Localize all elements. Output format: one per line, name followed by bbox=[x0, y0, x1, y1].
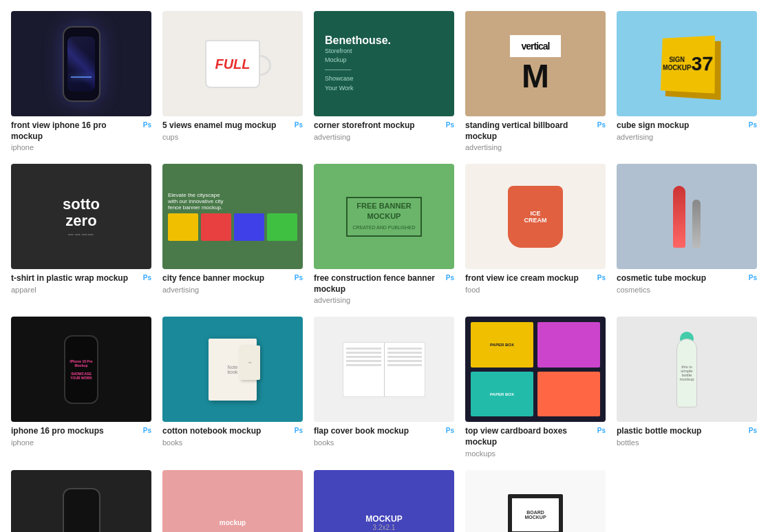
ps-badge-city-fence: Ps bbox=[295, 274, 303, 281]
card-title-tshirt-wrap[interactable]: t-shirt in plastic wrap mockup bbox=[11, 273, 128, 284]
card-blue-mockup[interactable]: MOCKUP 3.2x2.1 mockup 3.2x2.1mockupsPs bbox=[314, 470, 454, 532]
card-image-cardboard-boxes: PAPER BOX PAPER BOX bbox=[465, 317, 606, 422]
card-title-corner-storefront[interactable]: corner storefront mockup bbox=[314, 120, 415, 131]
card-image-cotton-notebook: Notebook ✏ bbox=[162, 317, 303, 422]
card-image-cube-sign: SIGNMOCKUP 37 bbox=[617, 11, 757, 116]
card-title-iphone16-pro[interactable]: iphone 16 pro mockups bbox=[11, 426, 104, 437]
card-info-city-fence: city fence banner mockupadvertisingPs bbox=[162, 269, 303, 295]
card-image-iphone16-pro: iPhone 16 ProMockupSHOWCASEYOUR WORK bbox=[11, 317, 151, 422]
card-tag-enamel-mug: cups bbox=[162, 133, 276, 141]
card-title-cardboard-boxes[interactable]: top view cardboard boxes mockup bbox=[465, 426, 593, 447]
ps-badge-iphone16-pro: Ps bbox=[143, 427, 151, 434]
card-cotton-notebook[interactable]: Notebook ✏ cotton notebook mockupbooksPs bbox=[162, 317, 303, 458]
card-info-plastic-bottle: plastic bottle mockupbottlesPs bbox=[617, 422, 757, 448]
card-title-cube-sign[interactable]: cube sign mockup bbox=[617, 120, 689, 131]
ps-badge-cotton-notebook: Ps bbox=[295, 427, 303, 434]
card-tag-construction-fence: advertising bbox=[314, 296, 442, 304]
card-cosmetic-tube[interactable]: cosmetic tube mockupcosmeticsPs bbox=[617, 164, 757, 306]
card-info-cosmetic-tube: cosmetic tube mockupcosmeticsPs bbox=[617, 269, 757, 295]
card-tag-cardboard-boxes: mockups bbox=[465, 449, 593, 458]
card-title-city-fence[interactable]: city fence banner mockup bbox=[162, 273, 264, 284]
card-image-construction-fence: FREE BANNERMOCKUPCREATED AND PUBLISHED bbox=[314, 164, 454, 269]
card-pink-mockup[interactable]: mockup pink scene mockupmockupsPs bbox=[162, 470, 303, 532]
card-image-city-fence: Elevate the cityscapewith our innovative… bbox=[162, 164, 303, 269]
ps-badge-corner-storefront: Ps bbox=[446, 121, 454, 129]
card-image-cosmetic-tube bbox=[617, 164, 757, 269]
card-info-tshirt-wrap: t-shirt in plastic wrap mockupapparelPs bbox=[11, 269, 151, 295]
card-title-standing-billboard[interactable]: standing vertical billboard mockup bbox=[465, 120, 593, 142]
card-image-corner-storefront: Benethouse. StorefrontMockup──────Showca… bbox=[314, 11, 454, 116]
card-info-enamel-mug: 5 views enamel mug mockupcupsPs bbox=[162, 116, 303, 142]
card-tshirt-wrap[interactable]: sottozero ━━ ━━ ━━ ━━ t-shirt in plastic… bbox=[11, 164, 151, 306]
card-tag-iphone-front: iphone bbox=[11, 143, 139, 151]
card-title-icecream-front[interactable]: front view ice cream mockup bbox=[465, 273, 579, 284]
card-info-flap-cover-book: flap cover book mockupbooksPs bbox=[314, 422, 454, 448]
ps-badge-construction-fence: Ps bbox=[446, 274, 454, 281]
card-title-plastic-bottle[interactable]: plastic bottle mockup bbox=[617, 426, 701, 437]
card-board-mockup[interactable]: BOARDMOCKUP board mockupadvertisingPs bbox=[465, 470, 606, 532]
card-info-construction-fence: free construction fence banner mockupadv… bbox=[314, 269, 454, 306]
card-tag-iphone16-pro: iphone bbox=[11, 438, 104, 447]
card-tag-flap-cover-book: books bbox=[314, 438, 409, 447]
card-city-fence[interactable]: Elevate the cityscapewith our innovative… bbox=[162, 164, 303, 306]
card-image-icecream-front: ICECREAM bbox=[465, 164, 606, 269]
card-icecream-front[interactable]: ICECREAM front view ice cream mockupfood… bbox=[465, 164, 606, 306]
card-info-iphone-front: front view iphone 16 pro mockupiphonePs bbox=[11, 116, 151, 153]
card-image-pink-mockup: mockup bbox=[162, 470, 303, 532]
card-title-iphone-front[interactable]: front view iphone 16 pro mockup bbox=[11, 120, 139, 142]
card-tag-city-fence: advertising bbox=[162, 286, 264, 294]
card-title-cosmetic-tube[interactable]: cosmetic tube mockup bbox=[617, 273, 706, 284]
card-phone-dark-2[interactable]: phone mockup darkphonesPs bbox=[11, 470, 151, 532]
card-image-enamel-mug: FULL bbox=[162, 11, 303, 116]
card-enamel-mug[interactable]: FULL 5 views enamel mug mockupcupsPs bbox=[162, 11, 303, 153]
ps-badge-cardboard-boxes: Ps bbox=[597, 427, 606, 434]
card-standing-billboard[interactable]: vertical M standing vertical billboard m… bbox=[465, 11, 606, 153]
card-info-icecream-front: front view ice cream mockupfoodPs bbox=[465, 269, 606, 295]
card-corner-storefront[interactable]: Benethouse. StorefrontMockup──────Showca… bbox=[314, 11, 454, 153]
card-iphone16-pro[interactable]: iPhone 16 ProMockupSHOWCASEYOUR WORK iph… bbox=[11, 317, 151, 458]
card-info-standing-billboard: standing vertical billboard mockupadvert… bbox=[465, 116, 606, 153]
card-info-iphone16-pro: iphone 16 pro mockupsiphonePs bbox=[11, 422, 151, 448]
card-tag-tshirt-wrap: apparel bbox=[11, 286, 128, 294]
ps-badge-tshirt-wrap: Ps bbox=[143, 274, 151, 281]
card-flap-cover-book[interactable]: flap cover book mockupbooksPs bbox=[314, 317, 454, 458]
ps-badge-standing-billboard: Ps bbox=[597, 121, 606, 129]
card-tag-cosmetic-tube: cosmetics bbox=[617, 286, 706, 294]
card-cardboard-boxes[interactable]: PAPER BOX PAPER BOX top view cardboard b… bbox=[465, 317, 606, 458]
card-image-phone-dark-2 bbox=[11, 470, 151, 532]
card-tag-icecream-front: food bbox=[465, 286, 579, 294]
card-image-blue-mockup: MOCKUP 3.2x2.1 bbox=[314, 470, 454, 532]
card-image-iphone-front bbox=[11, 11, 151, 116]
ps-badge-flap-cover-book: Ps bbox=[446, 427, 454, 434]
card-tag-plastic-bottle: bottles bbox=[617, 438, 701, 447]
card-title-flap-cover-book[interactable]: flap cover book mockup bbox=[314, 426, 409, 437]
card-title-enamel-mug[interactable]: 5 views enamel mug mockup bbox=[162, 120, 276, 131]
card-info-corner-storefront: corner storefront mockupadvertisingPs bbox=[314, 116, 454, 142]
card-tag-cube-sign: advertising bbox=[617, 133, 689, 141]
ps-badge-icecream-front: Ps bbox=[597, 274, 606, 281]
card-info-cotton-notebook: cotton notebook mockupbooksPs bbox=[162, 422, 303, 448]
card-info-cube-sign: cube sign mockupadvertisingPs bbox=[617, 116, 757, 142]
card-image-tshirt-wrap: sottozero ━━ ━━ ━━ ━━ bbox=[11, 164, 151, 269]
card-plastic-bottle[interactable]: this issimplebottlemockup plastic bottle… bbox=[617, 317, 757, 458]
card-image-flap-cover-book bbox=[314, 317, 454, 422]
card-tag-standing-billboard: advertising bbox=[465, 143, 593, 151]
card-iphone-front[interactable]: front view iphone 16 pro mockupiphonePs bbox=[11, 11, 151, 153]
card-image-board-mockup: BOARDMOCKUP bbox=[465, 470, 606, 532]
mockup-grid: front view iphone 16 pro mockupiphonePs … bbox=[0, 0, 768, 532]
card-tag-corner-storefront: advertising bbox=[314, 133, 415, 141]
card-tag-cotton-notebook: books bbox=[162, 438, 261, 447]
ps-badge-enamel-mug: Ps bbox=[295, 121, 303, 129]
ps-badge-iphone-front: Ps bbox=[143, 121, 151, 129]
ps-badge-cube-sign: Ps bbox=[749, 121, 757, 129]
card-cube-sign[interactable]: SIGNMOCKUP 37 cube sign mockupadvertisin… bbox=[617, 11, 757, 153]
card-title-cotton-notebook[interactable]: cotton notebook mockup bbox=[162, 426, 261, 437]
card-title-construction-fence[interactable]: free construction fence banner mockup bbox=[314, 273, 442, 295]
card-construction-fence[interactable]: FREE BANNERMOCKUPCREATED AND PUBLISHED f… bbox=[314, 164, 454, 306]
card-image-standing-billboard: vertical M bbox=[465, 11, 606, 116]
card-image-plastic-bottle: this issimplebottlemockup bbox=[617, 317, 757, 422]
ps-badge-plastic-bottle: Ps bbox=[749, 427, 757, 434]
card-info-cardboard-boxes: top view cardboard boxes mockupmockupsPs bbox=[465, 422, 606, 458]
ps-badge-cosmetic-tube: Ps bbox=[749, 274, 757, 281]
